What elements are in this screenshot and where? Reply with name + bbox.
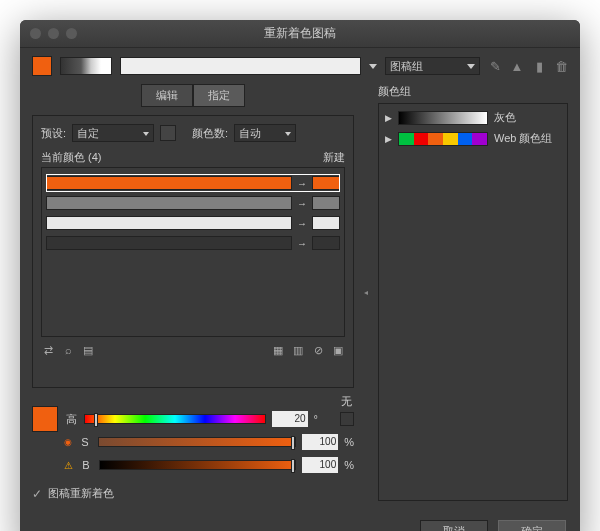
hue-slider[interactable] (84, 414, 266, 424)
group-swatch (398, 132, 488, 146)
color-sliders: 无 高 20 ° ◉ S 100 % (32, 394, 354, 478)
panel-resizer[interactable] (364, 84, 368, 501)
hue-value[interactable]: 20 (272, 411, 308, 427)
chevron-down-icon (467, 64, 475, 69)
preset-select[interactable]: 自定 (72, 124, 154, 142)
color-row[interactable]: → (46, 234, 340, 252)
hue-label: 高 (64, 412, 78, 427)
none-label: 无 (32, 394, 352, 409)
titlebar: 重新着色图稿 (20, 20, 580, 48)
bri-unit: % (344, 459, 354, 471)
disclosure-icon[interactable]: ▶ (385, 134, 392, 144)
separate-icon[interactable]: ▥ (291, 343, 305, 357)
bri-label: B (79, 459, 93, 471)
group-name: 灰色 (494, 110, 516, 125)
checkbox-icon[interactable]: ✓ (32, 487, 42, 501)
assign-panel: 预设: 自定 颜色数: 自动 当前颜色 (4) 新建 → (32, 115, 354, 388)
window-title: 重新着色图稿 (20, 25, 580, 42)
hue-row: 高 20 ° (32, 409, 354, 429)
slider-handle[interactable] (94, 413, 98, 427)
link-icon[interactable]: ◉ (64, 437, 72, 447)
tab-bar: 编辑 指定 (32, 84, 354, 107)
merge-icon[interactable]: ▦ (271, 343, 285, 357)
slider-handle[interactable] (291, 459, 295, 473)
traffic-lights (30, 28, 77, 39)
disclosure-icon[interactable]: ▶ (385, 113, 392, 123)
preset-options-icon[interactable] (160, 125, 176, 141)
tab-assign[interactable]: 指定 (193, 84, 245, 107)
preset-label: 预设: (41, 126, 66, 141)
color-groups-label: 颜色组 (378, 84, 568, 99)
sat-value[interactable]: 100 (302, 434, 338, 450)
exclude-icon[interactable]: ⊘ (311, 343, 325, 357)
preset-row: 预设: 自定 颜色数: 自动 (41, 124, 345, 142)
dialog-footer: 取消 确定 (20, 511, 580, 531)
warn-icon[interactable]: ⚠ (64, 460, 73, 471)
new-color-swatch[interactable] (312, 196, 340, 210)
color-group-item[interactable]: ▶ Web 颜色组 (385, 131, 561, 146)
active-swatch[interactable] (32, 56, 52, 76)
current-color-bar[interactable] (46, 196, 292, 210)
new-color-swatch[interactable] (312, 176, 340, 190)
current-colors-label: 当前颜色 (4) (41, 150, 102, 165)
sort-icon[interactable]: ▤ (81, 343, 95, 357)
ok-button[interactable]: 确定 (498, 520, 566, 531)
color-row[interactable]: → (46, 214, 340, 232)
bri-value[interactable]: 100 (302, 457, 338, 473)
random-icon[interactable]: ⇄ (41, 343, 55, 357)
color-group-item[interactable]: ▶ 灰色 (385, 110, 561, 125)
group-swatch (398, 111, 488, 125)
sat-slider[interactable] (98, 437, 296, 447)
save-group-icon[interactable]: ▲ (510, 59, 524, 73)
hue-unit: ° (314, 413, 318, 425)
find-icon[interactable]: ⌕ (61, 343, 75, 357)
minimize-icon[interactable] (48, 28, 59, 39)
artwork-preview[interactable] (60, 57, 112, 75)
sat-row: ◉ S 100 % (32, 432, 354, 452)
slider-handle[interactable] (291, 436, 295, 450)
new-label: 新建 (323, 150, 345, 165)
arrow-icon: → (296, 178, 308, 189)
name-field[interactable] (120, 57, 361, 75)
artwork-group-label: 图稿组 (390, 59, 423, 74)
left-panel: 编辑 指定 预设: 自定 颜色数: 自动 当前颜色 (4) 新建 (32, 84, 354, 501)
none-swatch-icon[interactable] (340, 412, 354, 426)
sat-label: S (78, 436, 92, 448)
color-list: → → → → (41, 167, 345, 337)
close-icon[interactable] (30, 28, 41, 39)
cancel-button[interactable]: 取消 (420, 520, 488, 531)
dropdown-icon[interactable] (369, 64, 377, 69)
edit-swatch[interactable] (32, 406, 58, 432)
color-row[interactable]: → (46, 174, 340, 192)
eyedropper-icon[interactable]: ✎ (488, 59, 502, 73)
recolor-dialog: 重新着色图稿 图稿组 ✎ ▲ ▮ 🗑 编辑 指定 预设: 自定 (20, 20, 580, 531)
color-row[interactable]: → (46, 194, 340, 212)
trash-icon[interactable]: 🗑 (554, 59, 568, 73)
arrow-icon: → (296, 218, 308, 229)
new-color-swatch[interactable] (312, 236, 340, 250)
top-toolbar: 图稿组 ✎ ▲ ▮ 🗑 (20, 48, 580, 84)
list-toolbar: ⇄ ⌕ ▤ ▦ ▥ ⊘ ▣ (41, 343, 345, 357)
current-color-bar[interactable] (46, 176, 292, 190)
current-color-bar[interactable] (46, 216, 292, 230)
tab-edit[interactable]: 编辑 (141, 84, 193, 107)
folder-icon[interactable]: ▮ (532, 59, 546, 73)
dialog-body: 编辑 指定 预设: 自定 颜色数: 自动 当前颜色 (4) 新建 (20, 84, 580, 511)
sat-unit: % (344, 436, 354, 448)
color-groups-list: ▶ 灰色 ▶ Web 颜色组 (378, 103, 568, 501)
right-panel: 颜色组 ▶ 灰色 ▶ Web 颜色组 (378, 84, 568, 501)
bri-row: ⚠ B 100 % (32, 455, 354, 475)
artwork-group-select[interactable]: 图稿组 (385, 57, 480, 75)
new-row-icon[interactable]: ▣ (331, 343, 345, 357)
new-color-swatch[interactable] (312, 216, 340, 230)
current-color-bar[interactable] (46, 236, 292, 250)
bri-slider[interactable] (99, 460, 296, 470)
top-icons: ✎ ▲ ▮ 🗑 (488, 59, 568, 73)
zoom-icon[interactable] (66, 28, 77, 39)
recolor-checkbox-row: ✓ 图稿重新着色 (32, 486, 354, 501)
colorcount-select[interactable]: 自动 (234, 124, 296, 142)
colorcount-label: 颜色数: (192, 126, 228, 141)
arrow-icon: → (296, 198, 308, 209)
group-name: Web 颜色组 (494, 131, 552, 146)
color-list-header: 当前颜色 (4) 新建 (41, 150, 345, 165)
